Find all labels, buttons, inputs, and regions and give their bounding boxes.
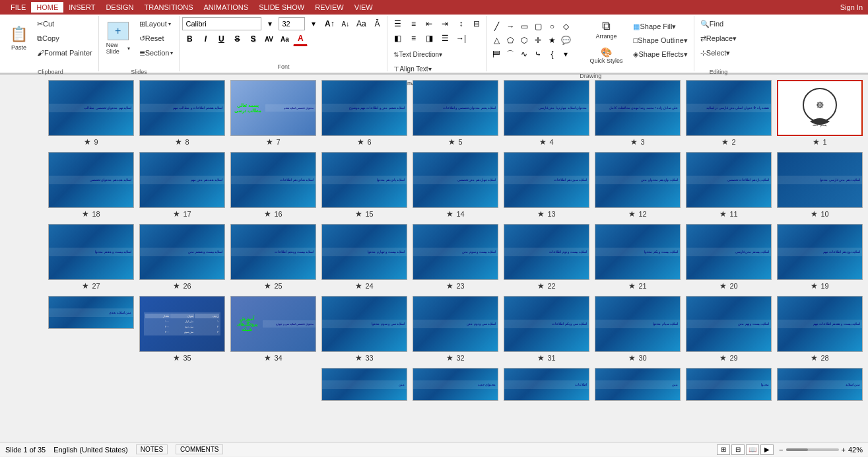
slide-image-40[interactable]: اطلاعات: [504, 368, 589, 401]
char-spacing-button[interactable]: Aa: [354, 17, 368, 30]
slide-image-30[interactable]: اسلاید سیام محتوا: [595, 296, 681, 352]
brace-shape[interactable]: {: [545, 48, 558, 61]
rtl-button[interactable]: →|: [453, 32, 468, 45]
slide-image-38[interactable]: محتوا: [686, 368, 772, 401]
slide-image-12[interactable]: اسلاید دوازدهم محتوا و متن: [595, 152, 681, 208]
line-spacing-button[interactable]: ↕: [453, 17, 468, 30]
shadow-button[interactable]: S: [246, 32, 260, 46]
home-tab[interactable]: HOME: [31, 2, 63, 13]
slide-thumb-36-partial[interactable]: متن اسلاید بعدی: [48, 296, 134, 335]
slide-thumb-31[interactable]: اسلاید سی و یکم اطلاعات ★ 31: [504, 296, 589, 363]
insert-tab[interactable]: INSERT: [63, 2, 100, 13]
slide-image-20[interactable]: اسلاید بیستم متن فارسی: [686, 224, 772, 280]
slide-thumb-7[interactable]: بسمه تعالی مطالب درسی محتوای تخصصی اسلای…: [230, 80, 316, 147]
slide-image-37[interactable]: متن اسلاید: [777, 368, 863, 401]
select-button[interactable]: ⊹ Select ▾: [697, 46, 734, 59]
slide-sorter-button[interactable]: ⊟: [731, 444, 745, 455]
align-right-button[interactable]: ◨: [422, 32, 436, 45]
slide-image-8[interactable]: اسلاید هشتم اطلاعات و مطالب مهم: [139, 80, 225, 136]
slide-image-36[interactable]: متن اسلاید بعدی: [48, 296, 134, 329]
decrease-font-button[interactable]: A↓: [338, 17, 352, 30]
text-direction-button[interactable]: ⇅ Text Direction ▾: [390, 48, 446, 61]
slide-image-11[interactable]: اسلاید یازدهم اطلاعات تخصصی: [686, 152, 772, 208]
copy-button[interactable]: ⧉ Copy: [34, 32, 96, 45]
zoom-slider[interactable]: [786, 448, 839, 451]
slide-thumb-13[interactable]: اسلاید سیزدهم اطلاعات ★ 13: [504, 152, 589, 219]
slide-thumb-40-partial[interactable]: اطلاعات: [504, 368, 589, 407]
line-shape[interactable]: ╱: [490, 20, 503, 33]
spacing-button[interactable]: AV: [261, 32, 276, 46]
slide-thumb-35[interactable]: ردیف عنوان مقدار ۱متن اول۱۰۰ ۲متن دوم۲۰۰…: [139, 296, 225, 363]
transitions-tab[interactable]: TRANSITIONS: [139, 2, 199, 13]
slide-thumb-10[interactable]: اسلاید دهم متن فارسی محتوا ★ 10: [777, 152, 863, 219]
slide-image-33[interactable]: اسلاید سی و سوم محتوا: [321, 296, 407, 352]
shape-effects-button[interactable]: ◈ Shape Effects ▾: [630, 48, 690, 61]
slide-thumb-28[interactable]: اسلاید بیست و هشتم اطلاعات مهم ★ 28: [777, 296, 863, 363]
slide-image-6[interactable]: اسلاید ششم متن و اطلاعات مهم موضوع: [321, 80, 407, 136]
cut-button[interactable]: ✂ Cut: [34, 17, 96, 30]
slide-image-23[interactable]: اسلاید بیست و سوم متن: [413, 224, 498, 280]
shape-outline-button[interactable]: □ Shape Outline ▾: [630, 34, 690, 47]
slide-image-27[interactable]: اسلاید بیست و هفتم محتوا: [48, 224, 134, 280]
normal-view-button[interactable]: ⊞: [717, 444, 730, 455]
view-tab[interactable]: VIEW: [349, 2, 378, 13]
slide-thumb-34[interactable]: آموزش پروتکل‌های شبکه محتوای تخصصی اسلای…: [230, 296, 316, 363]
slide-thumb-37-partial[interactable]: متن اسلاید: [777, 368, 863, 407]
slide-image-26[interactable]: اسلاید بیست و ششم متن: [139, 224, 225, 280]
pentagon-shape[interactable]: ⬠: [504, 34, 517, 47]
zoom-out-button[interactable]: −: [779, 446, 783, 454]
reset-button[interactable]: ↺ Reset: [136, 32, 177, 45]
slide-image-15[interactable]: اسلاید پانزدهم محتوا: [321, 152, 407, 208]
slide-thumb-26[interactable]: اسلاید بیست و ششم متن ★ 26: [139, 224, 225, 291]
align-text-button[interactable]: ⊤ Align Text ▾: [390, 62, 434, 75]
more-shapes[interactable]: ▾: [559, 48, 572, 61]
slide-thumb-4[interactable]: محتوای اسلاید چهارم با متن فارسی ★ 4: [504, 80, 589, 147]
font-color-button[interactable]: A: [293, 32, 308, 46]
reading-view-button[interactable]: 📖: [746, 444, 759, 455]
numbering-button[interactable]: ≡: [406, 17, 420, 30]
connector-shape[interactable]: ⤷: [531, 48, 545, 61]
slideshow-button[interactable]: ▶: [760, 444, 774, 455]
shape-fill-button[interactable]: ▦ Shape Fill ▾: [630, 20, 690, 33]
slide-thumb-23[interactable]: اسلاید بیست و سوم متن ★ 23: [413, 224, 498, 291]
slide-image-29[interactable]: اسلاید بیست و نهم متن: [686, 296, 772, 352]
bold-button[interactable]: B: [182, 32, 197, 46]
slide-image-39[interactable]: متن: [595, 368, 681, 401]
slide-image-5[interactable]: اسلاید پنجم محتوای تخصصی و اطلاعات: [413, 80, 498, 136]
slide-thumb-41-partial[interactable]: محتوای جدید: [413, 368, 498, 407]
slide-panel[interactable]: ☸ بسم الله ★ 1 نقشه راه ❖ عنوان اصلی متن…: [0, 75, 868, 442]
slide-image-7[interactable]: بسمه تعالی مطالب درسی محتوای تخصصی اسلای…: [230, 80, 316, 136]
slide-thumb-33[interactable]: اسلاید سی و سوم محتوا ★ 33: [321, 296, 407, 363]
slide-thumb-30[interactable]: اسلاید سیام محتوا ★ 30: [595, 296, 681, 363]
strikethrough-button[interactable]: S: [230, 32, 244, 46]
slide-thumb-27[interactable]: اسلاید بیست و هفتم محتوا ★ 27: [48, 224, 134, 291]
slide-image-14[interactable]: اسلاید چهاردهم متن تخصصی: [413, 152, 498, 208]
arc-shape[interactable]: ⌒: [504, 48, 517, 61]
design-tab[interactable]: DESIGN: [100, 2, 139, 13]
slide-thumb-15[interactable]: اسلاید پانزدهم محتوا ★ 15: [321, 152, 407, 219]
section-button[interactable]: ≣ Section ▾: [136, 46, 177, 59]
slide-image-19[interactable]: اسلاید نوزدهم اطلاعات مهم: [777, 224, 863, 280]
slide-thumb-6[interactable]: اسلاید ششم متن و اطلاعات مهم موضوع ★ 6: [321, 80, 407, 147]
slide-thumb-42-partial[interactable]: متن: [321, 368, 407, 407]
slide-thumb-18[interactable]: اسلاید هجدهم محتوای تخصصی ★ 18: [48, 152, 134, 219]
center-align-button[interactable]: ≡: [406, 32, 420, 45]
justify-button[interactable]: ☰: [438, 32, 452, 45]
clear-format-button[interactable]: Ā: [370, 17, 384, 30]
slide-image-4[interactable]: محتوای اسلاید چهارم با متن فارسی: [504, 80, 589, 136]
slide-thumb-29[interactable]: اسلاید بیست و نهم متن ★ 29: [686, 296, 772, 363]
slide-thumb-25[interactable]: اسلاید بیست و پنجم اطلاعات ★ 25: [230, 224, 316, 291]
slide-image-9[interactable]: اسلاید نهم محتوای تخصصی مطالب: [48, 80, 134, 136]
increase-indent-button[interactable]: ⇥: [438, 17, 452, 30]
layout-button[interactable]: ⊞ Layout ▾: [136, 17, 177, 30]
plus-shape[interactable]: ✛: [531, 34, 545, 47]
slide-thumb-22[interactable]: اسلاید بیست و دوم اطلاعات ★ 22: [504, 224, 589, 291]
slide-image-42[interactable]: متن: [321, 368, 407, 401]
callout-shape[interactable]: 💬: [559, 34, 572, 47]
animations-tab[interactable]: ANIMATIONS: [199, 2, 254, 13]
rect-shape[interactable]: ▭: [517, 20, 531, 33]
align-left-button[interactable]: ◧: [390, 32, 405, 45]
triangle-shape[interactable]: △: [490, 34, 503, 47]
replace-button[interactable]: ⇄ Replace ▾: [697, 32, 740, 45]
slide-image-18[interactable]: اسلاید هجدهم محتوای تخصصی: [48, 152, 134, 208]
